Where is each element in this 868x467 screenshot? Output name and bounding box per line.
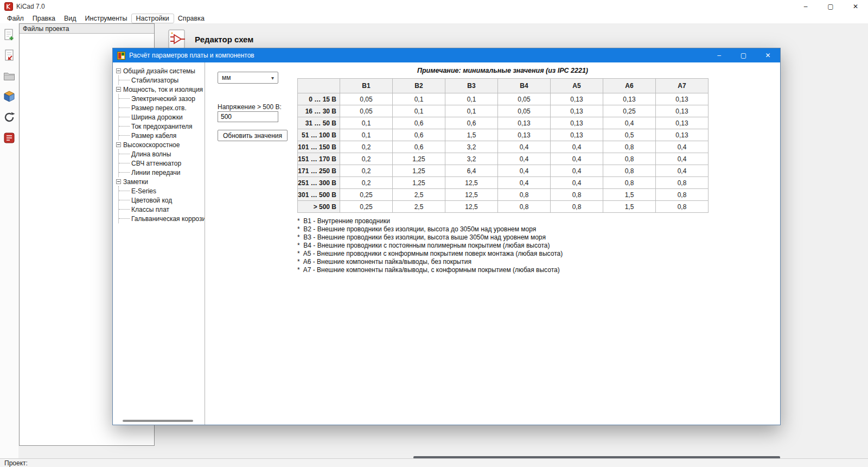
collapse-icon[interactable] xyxy=(116,179,121,184)
tree-connector xyxy=(119,218,130,219)
menu-item[interactable]: Вид xyxy=(60,14,81,23)
schematic-editor-shortcut[interactable]: Редактор схем xyxy=(167,29,253,49)
menu-item[interactable]: Правка xyxy=(28,14,60,23)
clearance-table-section: Примечание: минимальные значения (из IPC… xyxy=(297,62,709,274)
tree-item[interactable]: Ток предохранителя xyxy=(119,122,205,131)
table-cell: 0,13 xyxy=(656,129,709,141)
tree-connector xyxy=(119,209,130,210)
table-cell: 0,4 xyxy=(498,141,551,153)
clearance-table-body: 0 … 15 В0,050,10,10,050,130,130,1316 … 3… xyxy=(298,93,709,213)
tree-item[interactable]: Линии передачи xyxy=(119,168,205,177)
table-cell: 1,5 xyxy=(445,129,498,141)
table-cell: 0,8 xyxy=(498,201,551,213)
footnote: * B2 - Внешние проводники без изоляции, … xyxy=(297,225,709,234)
tree-item[interactable]: Электрический зазор xyxy=(119,94,205,103)
pcb-calculator-tool-icon[interactable] xyxy=(2,131,16,145)
table-cell: 0,4 xyxy=(551,165,603,177)
column-header: B3 xyxy=(445,79,498,93)
dialog-minimize-button[interactable]: – xyxy=(707,48,731,62)
menu-item[interactable]: Настройки xyxy=(132,14,174,23)
menu-bar: ФайлПравкаВидИнструментыНастройкиСправка xyxy=(0,13,868,23)
kicad-logo xyxy=(4,2,13,11)
tree-connector xyxy=(119,172,130,173)
dialog-titlebar[interactable]: Расчёт параметров платы и компонентов – … xyxy=(113,48,780,62)
tree-item[interactable]: Ширина дорожки xyxy=(119,112,205,122)
refresh-tree-icon[interactable] xyxy=(2,110,16,124)
table-cell: 0,25 xyxy=(340,201,393,213)
column-header: A6 xyxy=(603,79,656,93)
table-cell: 0,1 xyxy=(340,117,393,129)
collapse-icon[interactable] xyxy=(116,68,121,73)
tree-item[interactable]: E-Series xyxy=(119,186,205,195)
table-note: Примечание: минимальные значения (из IPC… xyxy=(297,67,708,74)
tree-connector xyxy=(119,200,130,200)
dialog-close-button[interactable]: ✕ xyxy=(756,48,780,62)
minimize-button[interactable]: – xyxy=(793,0,818,13)
table-row: 101 … 150 В0,20,63,20,40,40,80,4 xyxy=(298,141,709,153)
table-cell: 0,8 xyxy=(603,153,656,165)
table-cell: 0,8 xyxy=(656,189,709,201)
row-label: 301 … 500 В xyxy=(298,189,340,201)
table-cell: 1,25 xyxy=(393,153,445,165)
nav-horizontal-scrollbar[interactable] xyxy=(123,420,193,422)
chevron-down-icon: ▾ xyxy=(271,75,274,81)
status-project-label: Проект: xyxy=(4,459,28,467)
tree-item[interactable]: Размер перех.отв. xyxy=(119,103,205,112)
table-cell: 0,05 xyxy=(340,105,393,117)
units-select[interactable]: мм ▾ xyxy=(218,72,278,84)
tree-item[interactable]: Классы плат xyxy=(119,205,205,214)
calc-nav-tree: Общий дизайн системыСтабилизаторыМощност… xyxy=(113,66,205,223)
update-values-button[interactable]: Обновить значения xyxy=(218,130,288,141)
collapse-icon[interactable] xyxy=(116,142,121,147)
tree-item[interactable]: Высокоскоростное xyxy=(113,140,205,149)
dialog-maximize-button[interactable]: ▢ xyxy=(731,48,756,62)
table-cell: 0,8 xyxy=(656,177,709,189)
maximize-button[interactable]: ▢ xyxy=(818,0,843,13)
footnote: * A6 - Внешние компоненты пайка/выводы, … xyxy=(297,258,709,266)
row-label: 16 … 30 В xyxy=(298,105,340,117)
table-cell: 0,4 xyxy=(551,141,603,153)
schematic-editor-icon xyxy=(167,29,188,49)
archive-project-icon[interactable] xyxy=(2,90,16,104)
table-cell: 0,1 xyxy=(393,93,445,105)
footnote: * A5 - Внешние проводники с конформным п… xyxy=(297,250,709,258)
table-cell: 1,5 xyxy=(603,189,656,201)
table-cell: 0,05 xyxy=(498,105,551,117)
table-cell: 0,6 xyxy=(445,117,498,129)
app-titlebar[interactable]: KiCad 7.0 – ▢ ✕ xyxy=(0,0,868,13)
collapse-icon[interactable] xyxy=(116,87,121,92)
row-label: 31 … 50 В xyxy=(298,117,340,129)
table-cell: 0,2 xyxy=(340,165,393,177)
tree-item[interactable]: Общий дизайн системы xyxy=(113,66,205,75)
project-folder-icon[interactable] xyxy=(2,69,16,83)
menu-item[interactable]: Инструменты xyxy=(81,14,132,23)
table-cell: 0,13 xyxy=(656,105,709,117)
tree-item[interactable]: Мощность, ток и изоляция xyxy=(113,85,205,94)
table-cell: 0,13 xyxy=(656,117,709,129)
tree-item[interactable]: Цветовой код xyxy=(119,195,205,205)
table-cell: 0,4 xyxy=(656,141,709,153)
table-row: 151 … 170 В0,21,253,20,40,40,80,4 xyxy=(298,153,709,165)
table-cell: 0,1 xyxy=(445,93,498,105)
table-cell: 0,05 xyxy=(340,93,393,105)
tree-item[interactable]: Длина волны xyxy=(119,149,205,159)
table-cell: 0,4 xyxy=(551,177,603,189)
close-button[interactable]: ✕ xyxy=(843,0,868,13)
table-row: 0 … 15 В0,050,10,10,050,130,130,13 xyxy=(298,93,709,105)
tree-connector xyxy=(119,108,130,108)
voltage-input[interactable] xyxy=(218,111,278,122)
tree-item[interactable]: Размер кабеля xyxy=(119,131,205,140)
row-label: 151 … 170 В xyxy=(298,153,340,165)
menu-item[interactable]: Файл xyxy=(3,14,28,23)
left-toolbar xyxy=(0,23,18,458)
tree-item[interactable]: Гальваническая коррози xyxy=(119,214,205,223)
table-cell: 1,5 xyxy=(603,201,656,213)
menu-item[interactable]: Справка xyxy=(174,14,209,23)
table-cell: 0,1 xyxy=(445,105,498,117)
tree-item[interactable]: СВЧ аттенюатор xyxy=(119,159,205,168)
tree-item[interactable]: Заметки xyxy=(113,177,205,186)
new-project-icon[interactable] xyxy=(2,28,16,42)
table-cell: 2,5 xyxy=(393,201,445,213)
tree-item[interactable]: Стабилизаторы xyxy=(119,75,205,85)
open-project-icon[interactable] xyxy=(2,48,16,62)
